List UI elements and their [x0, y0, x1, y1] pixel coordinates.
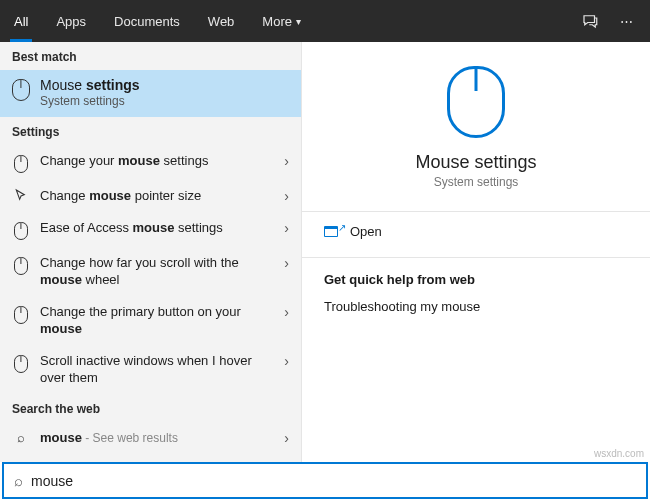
result-text: Ease of Access mouse settings [40, 219, 274, 237]
settings-result[interactable]: Change the primary button on your mouse … [0, 296, 301, 345]
tab-web[interactable]: Web [194, 0, 249, 42]
top-tabs: All Apps Documents Web More▾ ⋯ [0, 0, 650, 42]
search-input[interactable] [31, 473, 636, 489]
watermark: wsxdn.com [594, 448, 644, 459]
cursor-icon [12, 187, 30, 204]
search-icon: ⌕ [12, 429, 30, 445]
chevron-right-icon: › [284, 429, 289, 446]
mouse-icon [14, 222, 28, 240]
open-icon [324, 226, 338, 237]
result-text: Change your mouse settings [40, 152, 274, 170]
mouse-hero-icon [447, 66, 505, 138]
mouse-icon [14, 155, 28, 173]
mouse-icon [14, 257, 28, 275]
quick-help-item[interactable]: Troubleshooting my mouse [302, 293, 650, 320]
preview-panel: Mouse settings System settings Open Get … [302, 42, 650, 462]
web-result[interactable]: ⌕ mouse - See web results › [0, 422, 301, 454]
chevron-down-icon: ▾ [296, 16, 301, 27]
search-web-label: Search the web [0, 394, 301, 422]
result-text: Change the primary button on your mouse [40, 303, 274, 338]
result-text: Scroll inactive windows when I hover ove… [40, 352, 274, 387]
settings-result[interactable]: Change mouse pointer size › [0, 180, 301, 212]
best-match-label: Best match [0, 42, 301, 70]
preview-title: Mouse settings [415, 152, 536, 173]
more-options-icon[interactable]: ⋯ [608, 0, 644, 42]
search-icon: ⌕ [14, 472, 23, 489]
chevron-right-icon: › [284, 187, 289, 204]
result-text: Change mouse pointer size [40, 187, 274, 205]
web-result[interactable]: ⌕ mouse clicker › [0, 453, 301, 462]
open-label: Open [350, 224, 382, 239]
chevron-right-icon: › [284, 152, 289, 169]
best-match-subtitle: System settings [40, 94, 140, 108]
open-action[interactable]: Open [302, 212, 650, 251]
result-text: mouse - See web results [40, 429, 274, 447]
chevron-right-icon: › [284, 303, 289, 320]
settings-result[interactable]: Ease of Access mouse settings › [0, 212, 301, 247]
chevron-right-icon: › [284, 219, 289, 236]
feedback-icon[interactable] [572, 0, 608, 42]
settings-result[interactable]: Change your mouse settings › [0, 145, 301, 180]
tab-more[interactable]: More▾ [248, 0, 315, 42]
results-panel: Best match Mouse settings System setting… [0, 42, 302, 462]
best-match-result[interactable]: Mouse settings System settings [0, 70, 301, 117]
mouse-icon [12, 79, 30, 101]
quick-help-heading: Get quick help from web [302, 258, 650, 293]
mouse-icon [14, 355, 28, 373]
search-bar[interactable]: ⌕ [2, 462, 648, 499]
tab-apps[interactable]: Apps [42, 0, 100, 42]
tab-all[interactable]: All [0, 0, 42, 42]
result-text: Change how far you scroll with the mouse… [40, 254, 274, 289]
tab-documents[interactable]: Documents [100, 0, 194, 42]
settings-result[interactable]: Change how far you scroll with the mouse… [0, 247, 301, 296]
mouse-icon [14, 306, 28, 324]
chevron-right-icon: › [284, 352, 289, 369]
best-match-title: Mouse settings [40, 77, 140, 93]
settings-label: Settings [0, 117, 301, 145]
preview-subtitle: System settings [434, 175, 519, 189]
chevron-right-icon: › [284, 254, 289, 271]
settings-result[interactable]: Scroll inactive windows when I hover ove… [0, 345, 301, 394]
